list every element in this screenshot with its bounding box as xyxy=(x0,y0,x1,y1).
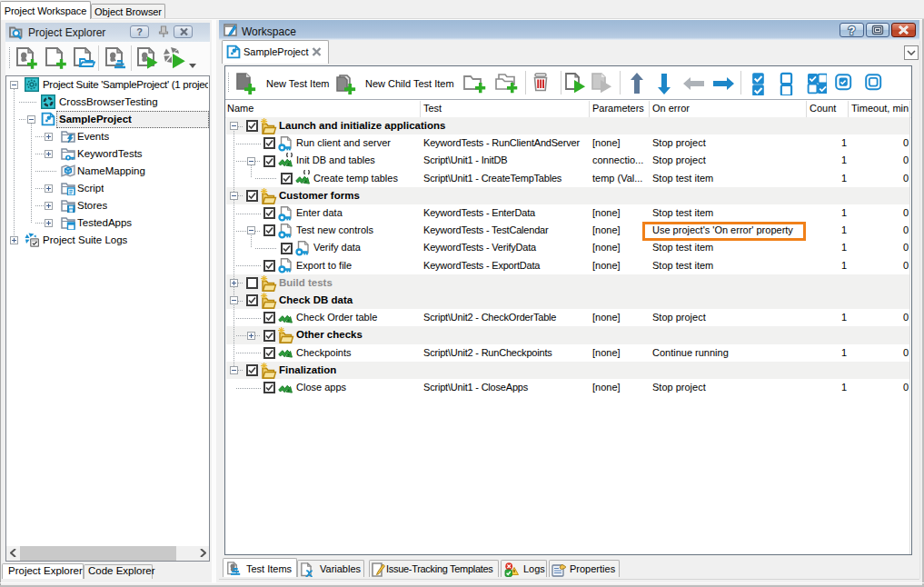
svg-text:?: ? xyxy=(849,24,856,36)
